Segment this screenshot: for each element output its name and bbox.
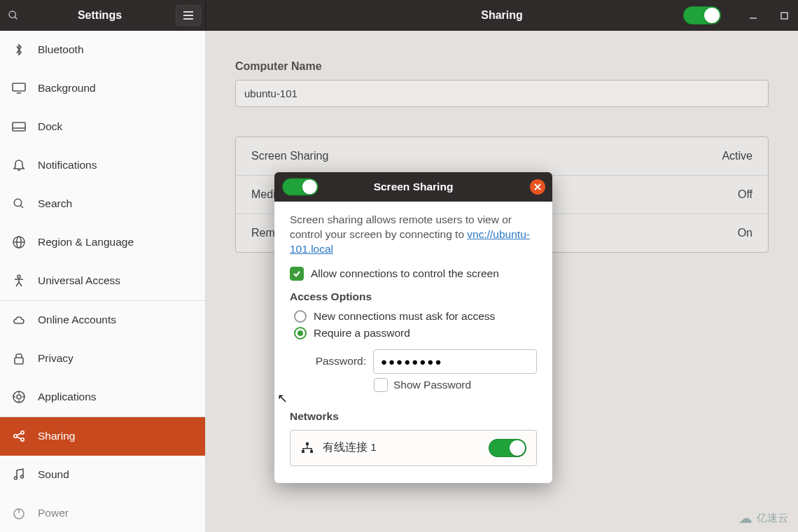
cursor-pointer-icon: ↖: [277, 391, 288, 406]
titlebar: Settings Sharing: [0, 0, 798, 31]
svg-point-34: [15, 477, 18, 479]
network-toggle[interactable]: [489, 439, 526, 457]
svg-rect-9: [13, 122, 25, 131]
svg-line-21: [19, 282, 22, 286]
svg-point-29: [14, 435, 17, 438]
globe-icon: [11, 234, 27, 250]
titlebar-right: Sharing: [206, 0, 798, 31]
apps-icon: [11, 389, 27, 405]
sharing-master-toggle[interactable]: [683, 6, 721, 24]
sidebar-item-label: Universal Access: [38, 274, 120, 287]
close-icon: [534, 183, 541, 190]
watermark: ☁ 亿速云: [738, 510, 788, 526]
sidebar-item-universal-access[interactable]: Universal Access: [0, 262, 205, 300]
radio-ask-access-input[interactable]: [294, 310, 307, 323]
sidebar-item-label: Bluetooth: [38, 43, 84, 56]
svg-rect-6: [781, 13, 788, 19]
sidebar-item-label: Sharing: [38, 430, 75, 442]
search-icon: [8, 10, 19, 21]
svg-rect-43: [307, 445, 307, 448]
radio-ask-access-label: New connections must ask for access: [314, 310, 495, 323]
svg-point-12: [14, 199, 22, 206]
check-icon: [293, 270, 301, 278]
svg-point-24: [17, 395, 21, 399]
cloud-icon: [11, 312, 27, 328]
sidebar-item-region-language[interactable]: Region & Language: [0, 223, 205, 262]
bell-icon: [11, 158, 27, 173]
screen-sharing-toggle[interactable]: [282, 178, 318, 196]
svg-line-13: [20, 205, 23, 208]
svg-point-0: [9, 11, 15, 18]
svg-point-35: [21, 475, 24, 478]
svg-rect-22: [15, 358, 23, 364]
search-icon-button[interactable]: [3, 5, 24, 26]
radio-require-password-label: Require a password: [314, 327, 410, 340]
page-title: Sharing: [481, 9, 523, 22]
sidebar-item-sharing[interactable]: Sharing: [0, 417, 205, 456]
watermark-icon: ☁: [738, 510, 752, 526]
access-options-heading: Access Options: [290, 290, 537, 303]
sidebar-item-power[interactable]: Power: [0, 494, 205, 532]
sidebar-item-label: Background: [38, 82, 96, 94]
sidebar-item-label: Applications: [38, 391, 97, 403]
sidebar-item-label: Power: [38, 507, 69, 519]
search-icon: [11, 196, 27, 211]
svg-rect-7: [13, 83, 25, 91]
sidebar-item-online-accounts[interactable]: Online Accounts: [0, 301, 205, 340]
radio-require-password[interactable]: Require a password: [294, 327, 537, 340]
sidebar-item-label: Sound: [38, 468, 69, 481]
svg-point-17: [18, 275, 20, 278]
password-label: Password:: [300, 355, 366, 368]
allow-control-row[interactable]: Allow connections to control the screen: [290, 267, 537, 281]
window-controls: [746, 8, 791, 22]
sidebar-item-privacy[interactable]: Privacy: [0, 340, 205, 378]
app-title: Settings: [24, 9, 176, 22]
lock-icon: [11, 351, 27, 366]
radio-ask-access[interactable]: New connections must ask for access: [294, 310, 537, 323]
music-icon: [11, 467, 27, 482]
wired-network-icon: [300, 441, 314, 455]
networks-heading: Networks: [290, 410, 537, 423]
display-icon: [11, 80, 27, 96]
svg-line-1: [15, 17, 17, 19]
svg-rect-44: [302, 448, 312, 449]
sidebar-item-applications[interactable]: Applications: [0, 378, 205, 416]
show-password-label: Show Password: [393, 379, 471, 391]
dialog-close-button[interactable]: [530, 179, 545, 195]
hamburger-menu-button[interactable]: [176, 5, 201, 26]
sidebar-item-search[interactable]: Search: [0, 185, 205, 223]
power-icon: [11, 505, 27, 521]
sidebar: Bluetooth Background Dock Notifications …: [0, 31, 206, 532]
svg-rect-46: [311, 448, 312, 451]
svg-rect-45: [302, 448, 303, 451]
screen-sharing-dialog: Screen Sharing Screen sharing allows rem…: [274, 172, 552, 483]
show-password-checkbox[interactable]: [374, 378, 388, 392]
dialog-description: Screen sharing allows remote users to vi…: [290, 213, 537, 257]
allow-control-label: Allow connections to control the screen: [311, 267, 499, 280]
dock-icon: [11, 119, 27, 134]
sidebar-item-label: Dock: [38, 120, 62, 133]
sidebar-item-label: Online Accounts: [38, 314, 116, 326]
radio-require-password-input[interactable]: [294, 327, 307, 340]
sidebar-item-background[interactable]: Background: [0, 69, 205, 108]
svg-point-31: [21, 438, 24, 441]
svg-rect-40: [306, 442, 309, 445]
sidebar-item-notifications[interactable]: Notifications: [0, 146, 205, 185]
maximize-icon: [780, 12, 788, 20]
window-maximize-button[interactable]: [777, 8, 791, 22]
sidebar-item-label: Region & Language: [38, 236, 134, 248]
watermark-text: 亿速云: [757, 512, 788, 525]
svg-line-32: [17, 433, 21, 435]
sidebar-item-bluetooth[interactable]: Bluetooth: [0, 31, 205, 69]
password-row: Password:: [300, 349, 537, 374]
sidebar-item-label: Notifications: [38, 159, 97, 172]
allow-control-checkbox[interactable]: [290, 267, 304, 281]
sidebar-item-dock[interactable]: Dock: [0, 108, 205, 146]
password-input[interactable]: [373, 349, 537, 374]
sidebar-item-sound[interactable]: Sound: [0, 456, 205, 494]
window-minimize-button[interactable]: [746, 8, 760, 22]
sidebar-item-label: Privacy: [38, 352, 74, 365]
dialog-body: Screen sharing allows remote users to vi…: [274, 202, 552, 483]
show-password-row[interactable]: Show Password: [374, 378, 537, 392]
network-row[interactable]: 有线连接 1: [290, 430, 536, 465]
